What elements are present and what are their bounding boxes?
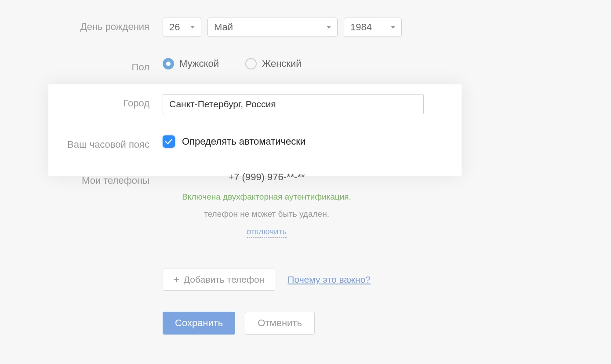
timezone-label: Ваш часовой пояс (48, 135, 163, 150)
add-phone-row: + Добавить телефон Почему это важно? (163, 269, 371, 291)
cancel-button[interactable]: Отменить (245, 312, 315, 335)
chevron-down-icon (391, 26, 395, 29)
radio-unchecked-icon (245, 58, 257, 69)
actions-row: Сохранить Отменить (48, 312, 611, 335)
city-label: Город (48, 94, 163, 109)
city-input[interactable] (163, 94, 424, 114)
actions: Сохранить Отменить (163, 312, 315, 335)
gender-male-label: Мужской (179, 58, 219, 69)
birthday-month-value: Май (214, 22, 233, 33)
add-phone-button[interactable]: + Добавить телефон (163, 269, 275, 291)
city-row: Город (48, 94, 611, 114)
birthday-year-select[interactable]: 1984 (344, 18, 402, 37)
gender-label: Пол (48, 58, 163, 73)
city-content (163, 94, 424, 114)
gender-row: Пол Мужской Женский (48, 58, 611, 73)
phone-section: +7 (999) 976-**-** Включена двухфакторна… (163, 171, 371, 291)
phones-label: Мои телефоны (48, 171, 163, 186)
birthday-label: День рождения (48, 18, 163, 33)
save-button[interactable]: Сохранить (163, 312, 235, 335)
radio-checked-icon (163, 58, 174, 69)
chevron-down-icon (190, 26, 195, 29)
birthday-year-value: 1984 (350, 22, 372, 33)
timezone-row: Ваш часовой пояс Определять автоматическ… (48, 135, 611, 150)
phones-row: Мои телефоны +7 (999) 976-**-** Включена… (48, 171, 611, 291)
timezone-auto-label: Определять автоматически (182, 136, 306, 147)
chevron-down-icon (327, 26, 331, 29)
add-phone-label: Добавить телефон (184, 274, 265, 285)
gender-female-radio[interactable]: Женский (245, 58, 302, 69)
birthday-month-select[interactable]: Май (207, 18, 338, 37)
birthday-day-value: 26 (169, 22, 180, 33)
radio-dot (166, 62, 171, 66)
phone-number: +7 (999) 976-**-** (228, 171, 305, 183)
gender-female-label: Женский (262, 58, 302, 69)
phone-2fa-status: Включена двухфакторная аутентификация. (182, 192, 351, 203)
birthday-selects: 26 Май 1984 (163, 18, 402, 37)
gender-male-radio[interactable]: Мужской (163, 58, 219, 69)
birthday-day-select[interactable]: 26 (163, 18, 201, 37)
timezone-content: Определять автоматически (163, 135, 306, 148)
birthday-row: День рождения 26 Май 1984 (48, 18, 611, 37)
actions-spacer (48, 312, 163, 315)
disable-2fa-link[interactable]: отключить (247, 226, 287, 238)
gender-radio-group: Мужской Женский (163, 58, 302, 69)
phone-hint: телефон не может быть удален. (204, 209, 329, 220)
plus-icon: + (174, 274, 179, 285)
timezone-auto-checkbox[interactable] (163, 135, 175, 148)
why-important-link[interactable]: Почему это важно? (287, 274, 371, 285)
checkmark-icon (165, 138, 172, 145)
